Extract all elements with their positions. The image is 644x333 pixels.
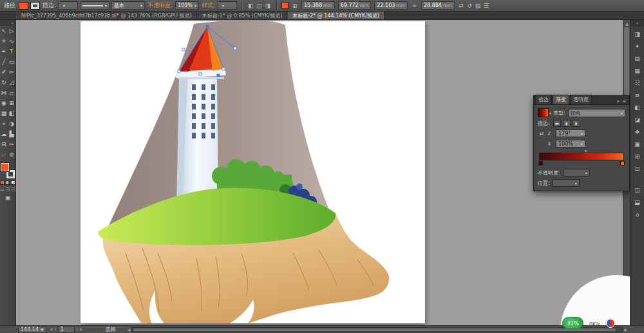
reverse-gradient-icon[interactable]: ⇄ [538, 131, 545, 137]
lasso-tool[interactable]: ∿ [8, 36, 15, 46]
gradient-mode-button[interactable] [6, 180, 10, 185]
panel-menu-icon[interactable]: ≡ [622, 99, 627, 104]
document-tab[interactable]: 未标题-2* @ 144.14% (CMYK/预览) [287, 12, 384, 19]
perspective-grid-tool[interactable]: ⊞ [8, 98, 15, 108]
opacity-field[interactable]: 100%▾ [175, 1, 199, 10]
scroll-left-icon[interactable]: ◀ [128, 327, 131, 332]
color-guide-panel-icon[interactable]: ✦ [632, 41, 643, 51]
horizontal-scrollbar[interactable]: ◀ ▶ [128, 327, 627, 332]
gradient-type-dropdown[interactable]: 径向▾ [568, 109, 625, 117]
gradient-thumbnail[interactable] [538, 108, 549, 117]
draw-mode-icon[interactable]: ◳ [6, 187, 10, 192]
artboard-number-field[interactable]: 1 [58, 327, 75, 333]
draw-mode-icon[interactable]: ◰ [11, 187, 15, 192]
brushes-panel-icon[interactable]: ▦ [632, 66, 643, 75]
toolbar-fill-swatch[interactable] [1, 163, 9, 171]
symbol-sprayer-tool[interactable]: ☁ [0, 129, 8, 139]
next-artboard-button[interactable]: › [76, 327, 78, 332]
color-panel-icon[interactable]: ◨ [632, 29, 643, 39]
none-mode-button[interactable] [11, 180, 15, 185]
stop-location-field[interactable]: ▾ [553, 179, 580, 187]
gradient-preset-dropdown-icon[interactable]: ▾ [549, 111, 551, 115]
gradient-stroke-option-icon[interactable]: ◗ [573, 120, 580, 127]
graphic-styles-panel-icon[interactable]: ▣ [632, 139, 643, 149]
fill-color-swatch[interactable] [19, 2, 28, 10]
horizontal-scroll-thumb[interactable] [133, 328, 616, 331]
gradient-tool[interactable]: ◧ [8, 108, 15, 119]
width-tool[interactable]: ⋈ [0, 88, 8, 98]
aspect-ratio-field[interactable]: 100%▾ [556, 140, 585, 147]
toolbar-collapse-icon[interactable]: « [0, 20, 15, 26]
paintbrush-tool[interactable]: ✐ [0, 67, 8, 77]
stroke-color-swatch[interactable] [30, 2, 40, 10]
line-segment-tool[interactable]: ╱ [0, 57, 8, 67]
transparency-panel-icon[interactable]: ◪ [632, 115, 643, 124]
scroll-right-icon[interactable]: ▶ [624, 327, 627, 332]
stroke-weight-field[interactable]: ▾ [59, 1, 78, 10]
variable-width-dropdown[interactable]: ▾ [80, 1, 109, 10]
column-graph-tool[interactable]: ▙ [8, 129, 15, 139]
tab-gradient[interactable]: 渐变 [553, 95, 569, 104]
zoom-level-dropdown[interactable]: 144.14▼ [18, 327, 46, 333]
stroke-panel-icon[interactable]: ≡ [632, 90, 643, 100]
document-setup-icon[interactable]: ⊞ [290, 1, 299, 10]
artboard-tool[interactable]: ⊟ [0, 139, 8, 149]
gradient-panel-icon[interactable]: ◧ [632, 102, 643, 112]
network-monitor-icon[interactable] [606, 319, 615, 328]
tab-transparency[interactable]: 透明度 [570, 95, 592, 104]
hand-tool[interactable]: ☞ [0, 149, 8, 160]
draw-mode-icon[interactable]: ▭ [0, 187, 5, 192]
control-bar-icon[interactable]: ⇄ [457, 1, 466, 10]
last-artboard-button[interactable]: » [79, 327, 82, 332]
align-icon[interactable]: ◧ [247, 1, 255, 10]
selection-tool[interactable]: ↖ [0, 26, 8, 36]
tab-stroke[interactable]: 描边 [535, 95, 552, 104]
height-field[interactable]: 28.884mm [421, 1, 455, 10]
control-bar-icon[interactable]: ▤ [474, 1, 482, 10]
artboards-panel-icon[interactable]: ⊡ [632, 164, 643, 173]
expand-panels-icon[interactable]: « [630, 20, 644, 26]
free-transform-tool[interactable]: ▱ [8, 88, 15, 98]
rotate-tool[interactable]: ↻ [0, 77, 8, 88]
gradient-bar[interactable] [539, 153, 624, 160]
eyedropper-tool[interactable]: ⌖ [0, 119, 8, 129]
opacity-label[interactable]: 不透明度: [147, 1, 173, 10]
pencil-tool[interactable]: ✏ [8, 67, 15, 77]
zoom-tool[interactable]: ⊕ [8, 149, 15, 160]
stop-opacity-field[interactable]: ▾ [563, 169, 590, 176]
gradient-angle-field[interactable]: 179°▾ [556, 129, 585, 137]
link-dimensions-icon[interactable]: ∞ [410, 1, 419, 10]
align-icon[interactable]: ◨ [263, 1, 272, 10]
style-dropdown[interactable]: ▾ [218, 1, 237, 10]
style-label[interactable]: 样式: [202, 1, 215, 10]
gradient-stroke-option-icon[interactable]: ◖ [563, 120, 571, 127]
canvas[interactable]: ▲ ▼ 描边 渐变 透明度 » ≡ ▾ 类型: [16, 20, 630, 325]
gradient-slider[interactable] [539, 153, 624, 160]
type-tool[interactable]: T [8, 46, 15, 57]
direct-selection-tool[interactable]: ▷ [8, 26, 15, 36]
document-tab[interactable]: NiPíc_377395_406b9cdd7b17c93b.ai* @ 143.… [16, 12, 197, 19]
vertical-scroll-thumb[interactable] [624, 27, 629, 103]
symbols-panel-icon[interactable]: ☷ [632, 78, 643, 88]
x-position-field[interactable]: 15.388mm [301, 1, 335, 10]
panel-collapse-icon[interactable]: » [616, 99, 620, 104]
slice-tool[interactable]: ✂ [8, 139, 15, 149]
control-bar-icon[interactable]: ↺ [466, 1, 474, 10]
mesh-tool[interactable]: ▦ [0, 108, 8, 119]
blend-tool[interactable]: ◑ [8, 119, 15, 129]
shape-builder-tool[interactable]: ◉ [0, 98, 8, 108]
first-artboard-button[interactable]: « [50, 327, 53, 332]
previous-artboard-button[interactable]: ‹ [55, 327, 57, 332]
document-tab[interactable]: 未标题-1* @ 0.85% (CMYK/预览) [197, 12, 288, 19]
magic-wand-tool[interactable]: ✳ [0, 36, 8, 46]
swatches-panel-icon[interactable]: ▤ [632, 53, 643, 63]
layers-panel-icon[interactable]: ⊞ [632, 151, 643, 161]
info-panel-icon[interactable]: ⌂ [632, 209, 643, 219]
y-position-field[interactable]: 69.772mm [338, 1, 372, 10]
gradient-stop-start[interactable] [538, 161, 543, 166]
stroke-weight-label[interactable]: 描边: [43, 1, 56, 10]
gradient-stop-end[interactable] [620, 161, 625, 166]
scale-tool[interactable]: ◿ [8, 77, 15, 88]
rectangle-tool[interactable]: ▭ [8, 57, 15, 67]
appearance-panel-icon[interactable]: ❖ [632, 127, 643, 137]
